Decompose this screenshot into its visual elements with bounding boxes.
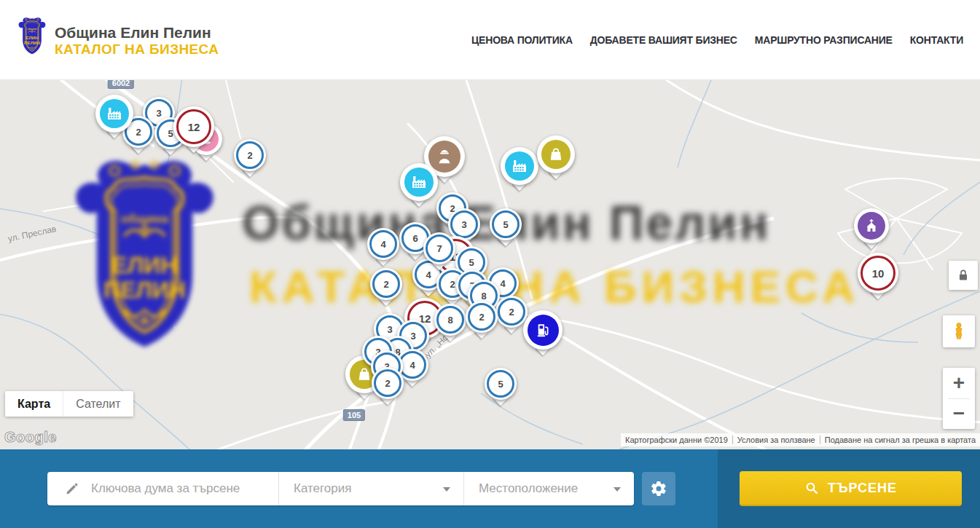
location-select[interactable]: Местоположение [463,472,634,505]
cluster-count: 3 [387,324,392,335]
map-type-satellite-button[interactable]: Сателит [63,391,133,417]
marker-ring: 5 [487,370,514,398]
marker-disc [95,95,133,133]
church-icon [863,217,880,235]
marker-ring: 10 [861,256,895,291]
cluster-count: 5 [168,128,173,139]
zoom-out-button[interactable]: − [943,399,975,429]
cluster-marker[interactable]: 2 [466,301,498,333]
marker-disc: 5 [485,368,517,400]
cluster-count: 4 [500,278,505,289]
keyword-search-input[interactable] [90,481,249,497]
pegman-icon [949,321,969,342]
street-view-pegman-button[interactable] [943,315,975,347]
fuel-marker[interactable] [523,310,562,350]
factory-marker[interactable] [95,95,133,133]
cluster-count: 2 [136,127,141,138]
cluster-count: 2 [383,279,388,290]
cluster-count: 2 [247,150,252,161]
cluster-marker[interactable]: 8 [434,304,466,336]
search-button-label: ТЪРСЕНЕ [828,481,897,496]
chevron-down-icon [614,487,621,492]
nav-item-contacts[interactable]: КОНТАКТИ [910,34,963,46]
cluster-marker[interactable]: 2 [372,367,404,399]
marker-disc: 8 [434,304,466,336]
factory-icon [410,173,428,191]
site-title: Община Елин Пелин [55,24,219,42]
marker-ring: 7 [426,235,453,262]
gear-icon [650,480,667,497]
category-select[interactable]: Категория [278,472,463,505]
marker-disc: 10 [858,253,898,293]
cluster-marker[interactable]: 5 [485,368,517,400]
zoom-control: + − [943,368,975,429]
terms-link[interactable]: Условия за ползване [737,436,815,444]
advanced-settings-button[interactable] [642,472,675,505]
keyword-field[interactable] [47,472,278,505]
google-logo[interactable]: Google [4,429,57,446]
shopping-bag-icon [547,146,565,163]
cluster-count: 2 [509,307,514,318]
site-logo[interactable]: община ЕЛИН ПЕЛИН Община Елин Пелин КАТА… [16,16,219,58]
bag-marker[interactable] [537,135,575,173]
cluster-count: 6 [412,233,418,244]
cluster-marker[interactable]: 4 [367,228,399,260]
cluster-count: 10 [872,267,885,280]
crest-text-line1: ЕЛИН [26,35,39,40]
marker-disc [501,147,538,185]
cluster-marker[interactable]: 5 [490,208,522,240]
marker-ring: 5 [492,210,520,238]
search-button[interactable]: ТЪРСЕНЕ [740,471,962,506]
marker-disc: 5 [490,208,522,240]
factory-marker[interactable] [400,163,438,201]
attribution-data: Картографски данни ©2019 [621,436,732,444]
marker-ring: 4 [369,230,397,258]
factory-icon [106,105,123,122]
main-nav: ЦЕНОВА ПОЛИТИКА ДОБАВЕТЕ ВАШИЯТ БИЗНЕС М… [471,0,963,79]
category-select-label: Категория [294,481,351,496]
cluster-count: 5 [498,379,503,390]
nav-item-pricing[interactable]: ЦЕНОВА ПОЛИТИКА [471,34,573,46]
site-subtitle: КАТАЛОГ НА БИЗНЕСА [55,42,219,58]
map-type-map-button[interactable]: Карта [5,391,63,417]
marker-ring: 8 [436,306,464,334]
cluster-marker[interactable]: 12 [173,106,214,147]
marker-disc [523,310,562,350]
municipality-crest-logo: община ЕЛИН ПЕЛИН [16,16,48,57]
search-fields: Категория Местоположение [47,472,634,505]
zoom-in-button[interactable]: + [943,369,975,398]
nav-item-route-schedule[interactable]: МАРШРУТНО РАЗПИСАНИЕ [755,34,893,46]
cluster-marker[interactable]: 2 [370,268,402,300]
fuel-pump-icon [534,321,552,339]
cluster-count: 8 [481,291,486,302]
marker-disc: 12 [173,106,214,147]
marker-disc: 2 [370,268,402,300]
site-header: община ЕЛИН ПЕЛИН Община Елин Пелин КАТА… [0,0,980,80]
map-canvas[interactable]: 6002105ул. Преславбул. „Новоселции“ общи… [0,80,980,449]
fullscreen-lock-button[interactable] [949,261,978,290]
cluster-marker[interactable]: 7 [423,232,455,264]
marker-ring: 2 [236,141,264,169]
marker-ring: 2 [374,369,401,397]
church-marker[interactable] [854,208,889,243]
cluster-count: 5 [503,219,508,230]
marker-disc: 4 [367,228,399,260]
cluster-count: 2 [385,378,390,389]
cluster-marker[interactable]: 2 [234,139,266,171]
nav-item-add-business[interactable]: ДОБАВЕТЕ ВАШИЯТ БИЗНЕС [590,34,737,46]
marker-ring: 2 [498,298,525,326]
cluster-marker[interactable]: 10 [858,253,898,293]
factory-icon [511,157,528,175]
pencil-icon [65,481,79,496]
factory-marker[interactable] [501,147,538,185]
cluster-count: 3 [461,219,466,230]
cluster-count: 12 [188,121,200,133]
cluster-count: 2 [479,312,484,323]
marker-disc [854,208,889,243]
search-icon [804,481,819,495]
marker-disc: 2 [234,139,266,171]
marker-ring: 2 [372,270,400,298]
report-error-link[interactable]: Подаване на сигнал за грешка в картата [825,436,976,444]
marker-disc [400,163,438,201]
search-bar: Категория Местоположение ТЪРСЕНЕ [0,449,980,528]
